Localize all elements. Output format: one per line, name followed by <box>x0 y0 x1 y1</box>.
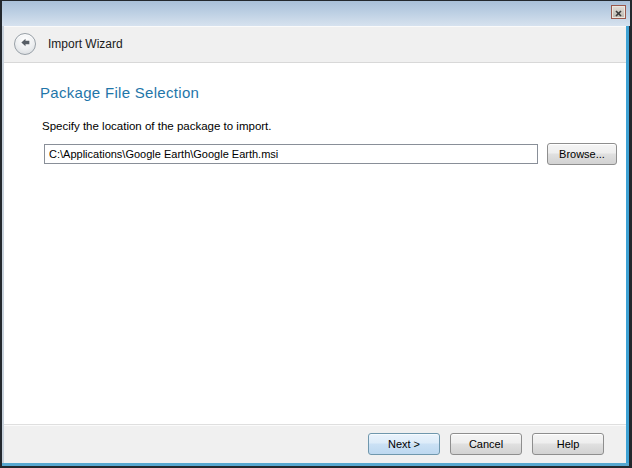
instruction-text: Specify the location of the package to i… <box>42 120 626 132</box>
back-arrow-icon <box>19 35 32 53</box>
package-path-row: Browse... <box>44 143 626 165</box>
package-path-input[interactable] <box>44 144 538 164</box>
close-icon <box>615 3 622 21</box>
wizard-header: Import Wizard <box>4 26 626 63</box>
help-button[interactable]: Help <box>532 433 604 455</box>
next-button[interactable]: Next > <box>368 433 440 455</box>
page-title: Package File Selection <box>40 63 626 101</box>
back-button[interactable] <box>14 33 36 55</box>
close-button[interactable] <box>611 5 626 19</box>
window-edge-right <box>626 26 629 463</box>
window-edge-bottom <box>2 463 629 466</box>
wizard-surface: Import Wizard Package File Selection Spe… <box>4 26 626 463</box>
wizard-page: Package File Selection Specify the locat… <box>4 63 626 424</box>
title-bar[interactable] <box>2 1 630 26</box>
import-wizard-window: Import Wizard Package File Selection Spe… <box>0 0 632 468</box>
cancel-button[interactable]: Cancel <box>450 433 522 455</box>
wizard-footer: Next > Cancel Help <box>4 424 626 463</box>
browse-button[interactable]: Browse... <box>547 143 617 165</box>
wizard-title: Import Wizard <box>48 37 123 51</box>
